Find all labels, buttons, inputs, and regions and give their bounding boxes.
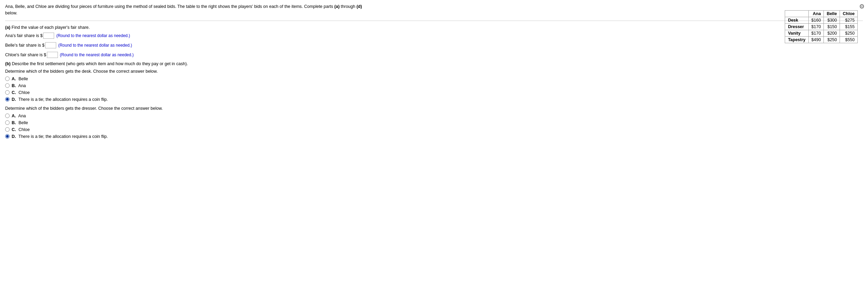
radio-text: Ana <box>18 83 26 88</box>
section-divider <box>5 21 863 21</box>
belle-hint: (Round to the nearest dollar as needed.) <box>58 43 132 48</box>
radio-option: B. Ana <box>5 83 863 88</box>
intro-end: below. <box>5 11 17 15</box>
chloe-fair-share-input[interactable] <box>47 52 58 58</box>
dresser-question-text: Determine which of the bidders gets the … <box>5 106 863 111</box>
section-b-question: Describe the first settlement (who gets … <box>12 61 188 66</box>
table-row: Tapestry$490$250$550 <box>785 37 858 43</box>
col-header-item <box>785 11 808 17</box>
radio-text: Belle <box>18 76 28 81</box>
table-cell-ana: $170 <box>808 24 824 30</box>
radio-deskC[interactable] <box>5 90 10 95</box>
section-a: (a) Find the value of each player's fair… <box>5 25 863 58</box>
radio-label: C. <box>12 90 16 95</box>
ana-fair-share-row: Ana's fair share is $ (Round to the near… <box>5 33 863 39</box>
table-cell-item: Tapestry <box>785 37 808 43</box>
table-cell-ana: $160 <box>808 17 824 24</box>
gear-icon[interactable]: ⚙ <box>859 3 865 10</box>
intro-mid: through <box>339 4 356 9</box>
radio-text: There is a tie; the allocation requires … <box>18 97 108 102</box>
radio-label: B. <box>12 120 16 125</box>
radio-option: C. Chloe <box>5 90 863 95</box>
dresser-radio-group: A. AnaB. BelleC. ChloeD. There is a tie;… <box>5 114 863 139</box>
radio-option: D. There is a tie; the allocation requir… <box>5 97 863 102</box>
radio-label: C. <box>12 127 16 132</box>
radio-deskB[interactable] <box>5 83 10 88</box>
radio-option: A. Ana <box>5 114 863 118</box>
intro-bold2: (d) <box>357 4 362 9</box>
radio-label: D. <box>12 134 16 139</box>
radio-label: B. <box>12 83 16 88</box>
desk-question-text: Determine which of the bidders gets the … <box>5 69 863 74</box>
section-b-label: (b) <box>5 61 11 66</box>
intro-paragraph: Ana, Belle, and Chloe are dividing four … <box>5 3 365 16</box>
intro-text-main: Ana, Belle, and Chloe are dividing four … <box>5 4 334 9</box>
section-b-header: (b) Describe the first settlement (who g… <box>5 61 863 66</box>
radio-option: B. Belle <box>5 120 863 125</box>
table-row: Dresser$170$150$155 <box>785 24 858 30</box>
table-cell-chloe: $250 <box>840 30 858 37</box>
radio-label: A. <box>12 114 16 118</box>
desk-radio-group: A. BelleB. AnaC. ChloeD. There is a tie;… <box>5 76 863 102</box>
ana-fair-share-input[interactable] <box>43 33 54 39</box>
section-b: (b) Describe the first settlement (who g… <box>5 61 863 139</box>
ana-prefix: Ana's fair share is $ <box>5 33 42 38</box>
radio-text: Chloe <box>18 90 30 95</box>
chloe-prefix: Chloe's fair share is $ <box>5 52 46 57</box>
radio-dresserB[interactable] <box>5 120 10 125</box>
radio-dresserC[interactable] <box>5 127 10 132</box>
table-row: Vanity$170$200$250 <box>785 30 858 37</box>
radio-label: D. <box>12 97 16 102</box>
col-header-chloe: Chloe <box>840 11 858 17</box>
table-cell-item: Dresser <box>785 24 808 30</box>
table-row: Desk$160$300$275 <box>785 17 858 24</box>
table-cell-chloe: $155 <box>840 24 858 30</box>
bids-table: Ana Belle Chloe Desk$160$300$275Dresser$… <box>785 10 858 43</box>
radio-label: A. <box>12 76 16 81</box>
radio-dresserA[interactable] <box>5 114 10 118</box>
radio-option: C. Chloe <box>5 127 863 132</box>
section-a-label: (a) <box>5 25 10 30</box>
belle-prefix: Belle's fair share is $ <box>5 43 45 48</box>
table-cell-chloe: $550 <box>840 37 858 43</box>
belle-fair-share-row: Belle's fair share is $ (Round to the ne… <box>5 42 863 48</box>
radio-option: A. Belle <box>5 76 863 81</box>
table-cell-belle: $150 <box>824 24 840 30</box>
table-cell-belle: $200 <box>824 30 840 37</box>
table-cell-belle: $300 <box>824 17 840 24</box>
table-cell-item: Desk <box>785 17 808 24</box>
radio-deskD[interactable] <box>5 97 10 102</box>
table-cell-chloe: $275 <box>840 17 858 24</box>
radio-dresserD[interactable] <box>5 134 10 139</box>
table-cell-ana: $490 <box>808 37 824 43</box>
intro-bold1: (a) <box>334 4 339 9</box>
section-a-question: Find the value of each player's fair sha… <box>12 25 90 30</box>
radio-text: Chloe <box>18 127 30 132</box>
table-cell-belle: $250 <box>824 37 840 43</box>
col-header-ana: Ana <box>808 11 824 17</box>
radio-option: D. There is a tie; the allocation requir… <box>5 134 863 139</box>
chloe-hint: (Round to the nearest dollar as needed.) <box>60 52 134 57</box>
col-header-belle: Belle <box>824 11 840 17</box>
radio-text: There is a tie; the allocation requires … <box>18 134 108 139</box>
ana-hint: (Round to the nearest dollar as needed.) <box>56 33 130 38</box>
section-a-header: (a) Find the value of each player's fair… <box>5 25 863 30</box>
belle-fair-share-input[interactable] <box>45 42 56 48</box>
radio-text: Ana <box>18 114 26 118</box>
table-cell-ana: $170 <box>808 30 824 37</box>
radio-deskA[interactable] <box>5 76 10 81</box>
chloe-fair-share-row: Chloe's fair share is $ (Round to the ne… <box>5 52 863 58</box>
radio-text: Belle <box>18 120 28 125</box>
table-cell-item: Vanity <box>785 30 808 37</box>
